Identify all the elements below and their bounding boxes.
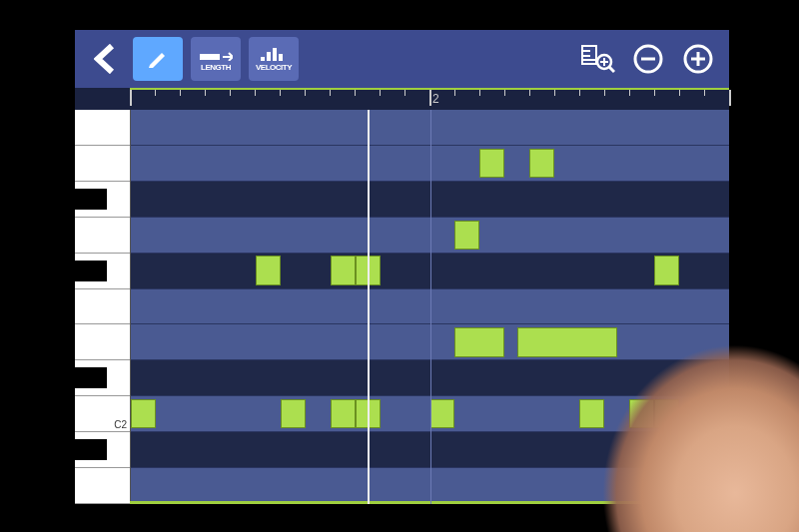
length-tool-button[interactable]: LENGTH bbox=[191, 37, 241, 81]
ruler-tick bbox=[429, 90, 431, 106]
ruler-tick bbox=[454, 90, 455, 96]
zoom-out-button[interactable] bbox=[627, 38, 669, 80]
piano-keyboard[interactable]: C2 bbox=[75, 110, 130, 504]
note[interactable] bbox=[579, 399, 604, 428]
ruler-tick bbox=[330, 90, 331, 96]
piano-key[interactable] bbox=[75, 432, 130, 468]
length-label: LENGTH bbox=[201, 63, 231, 72]
piano-key[interactable] bbox=[75, 468, 130, 504]
back-button[interactable] bbox=[85, 37, 125, 81]
piano-key[interactable] bbox=[75, 289, 130, 325]
note[interactable] bbox=[331, 399, 356, 428]
editor-area: C2 bbox=[75, 110, 729, 504]
black-key[interactable] bbox=[75, 189, 107, 210]
ruler-tick bbox=[280, 90, 281, 96]
svg-rect-1 bbox=[261, 57, 265, 61]
note[interactable] bbox=[331, 256, 356, 284]
ruler-tick bbox=[205, 90, 206, 96]
note[interactable] bbox=[256, 256, 281, 284]
ruler-tick bbox=[629, 90, 630, 96]
draw-tool-button[interactable] bbox=[133, 37, 183, 81]
ruler-tick bbox=[579, 90, 580, 96]
piano-roll-screen: LENGTH VELOCITY bbox=[75, 30, 729, 504]
note[interactable] bbox=[131, 399, 156, 428]
ruler-tick bbox=[654, 90, 655, 96]
note[interactable] bbox=[517, 327, 617, 356]
piano-key[interactable] bbox=[75, 324, 130, 360]
key-label-c2: C2 bbox=[114, 419, 127, 430]
ruler-tick bbox=[479, 90, 480, 96]
velocity-label: VELOCITY bbox=[256, 63, 292, 72]
zoom-region-button[interactable] bbox=[577, 38, 619, 80]
ruler-tick bbox=[355, 90, 356, 96]
piano-key[interactable] bbox=[75, 218, 130, 254]
ruler-tick bbox=[529, 90, 530, 96]
svg-rect-3 bbox=[273, 48, 277, 61]
svg-line-10 bbox=[609, 67, 614, 72]
ruler-tick bbox=[729, 90, 731, 106]
note[interactable] bbox=[629, 399, 654, 428]
black-key[interactable] bbox=[75, 367, 107, 388]
note[interactable] bbox=[529, 149, 554, 178]
ruler-tick bbox=[180, 90, 181, 96]
note[interactable] bbox=[454, 327, 504, 356]
ruler-tick bbox=[380, 90, 381, 96]
piano-key[interactable] bbox=[75, 110, 130, 146]
note[interactable] bbox=[479, 149, 504, 178]
back-chevron-icon bbox=[94, 44, 116, 74]
ruler-tick bbox=[504, 90, 505, 96]
piano-key[interactable] bbox=[75, 146, 130, 182]
minus-circle-icon bbox=[632, 43, 664, 75]
note[interactable] bbox=[430, 399, 455, 428]
timeline-ruler[interactable]: 2 bbox=[130, 88, 729, 110]
piano-key[interactable] bbox=[75, 360, 130, 396]
ruler-tick bbox=[404, 90, 405, 96]
ruler-tick bbox=[679, 90, 680, 96]
svg-rect-2 bbox=[267, 52, 271, 61]
piano-key[interactable] bbox=[75, 182, 130, 218]
zoom-in-button[interactable] bbox=[677, 38, 719, 80]
piano-key[interactable] bbox=[75, 254, 130, 289]
note[interactable] bbox=[654, 399, 679, 428]
ruler-tick bbox=[554, 90, 555, 96]
velocity-tool-button[interactable]: VELOCITY bbox=[249, 37, 299, 81]
ruler-tick bbox=[305, 90, 306, 96]
note[interactable] bbox=[281, 399, 306, 428]
velocity-icon bbox=[260, 47, 288, 61]
black-key[interactable] bbox=[75, 439, 107, 460]
measure-line bbox=[430, 110, 431, 504]
ruler-tick bbox=[704, 90, 705, 96]
svg-rect-4 bbox=[279, 54, 283, 61]
pencil-icon bbox=[146, 47, 170, 71]
note[interactable] bbox=[454, 221, 479, 250]
ruler-tick bbox=[255, 90, 256, 96]
toolbar: LENGTH VELOCITY bbox=[75, 30, 729, 88]
svg-rect-0 bbox=[200, 54, 220, 60]
ruler-tick bbox=[604, 90, 605, 96]
ruler-measure-number: 2 bbox=[432, 92, 439, 106]
note-grid[interactable] bbox=[130, 110, 729, 504]
playhead[interactable] bbox=[368, 110, 370, 504]
ruler-tick bbox=[130, 90, 132, 106]
ruler-tick bbox=[155, 90, 156, 96]
note[interactable] bbox=[654, 256, 679, 284]
zoom-piano-icon bbox=[581, 44, 615, 74]
length-icon bbox=[199, 47, 233, 61]
piano-key[interactable]: C2 bbox=[75, 396, 130, 432]
ruler-tick bbox=[230, 90, 231, 96]
plus-circle-icon bbox=[682, 43, 714, 75]
black-key[interactable] bbox=[75, 261, 107, 281]
